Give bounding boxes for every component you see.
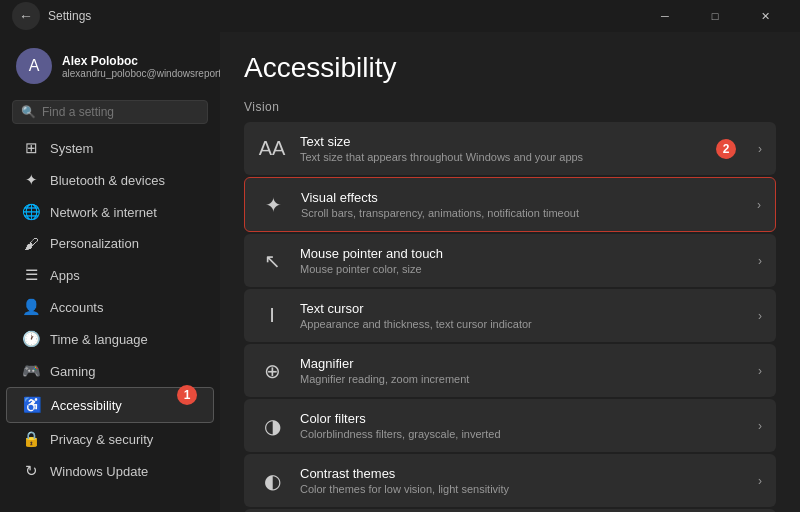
visual-effects-chevron-icon: ›: [757, 198, 761, 212]
annotation-badge-2: 2: [716, 139, 736, 159]
content-area: 软件自学网 WWW.RJZXW.COM Accessibility Vision…: [220, 32, 800, 512]
titlebar: ← Settings ─ □ ✕: [0, 0, 800, 32]
contrast-themes-description: Color themes for low vision, light sensi…: [300, 483, 744, 495]
sidebar-item-privacy[interactable]: 🔒Privacy & security: [6, 423, 214, 455]
sidebar-item-label-personalization: Personalization: [50, 236, 139, 251]
magnifier-description: Magnifier reading, zoom increment: [300, 373, 744, 385]
visual-effects-icon: ✦: [259, 193, 287, 217]
mouse-pointer-title: Mouse pointer and touch: [300, 246, 744, 261]
settings-item-mouse-pointer[interactable]: ↖Mouse pointer and touchMouse pointer co…: [244, 234, 776, 287]
personalization-icon: 🖌: [22, 235, 40, 252]
annotation-badge-1: 1: [177, 385, 197, 405]
settings-item-visual-effects[interactable]: ✦Visual effectsScroll bars, transparency…: [244, 177, 776, 232]
sidebar-item-time[interactable]: 🕐Time & language: [6, 323, 214, 355]
search-input[interactable]: [42, 105, 199, 119]
windows-update-icon: ↻: [22, 462, 40, 480]
search-box[interactable]: 🔍: [12, 100, 208, 124]
gaming-icon: 🎮: [22, 362, 40, 380]
text-size-title: Text size: [300, 134, 702, 149]
contrast-themes-chevron-icon: ›: [758, 474, 762, 488]
magnifier-title: Magnifier: [300, 356, 744, 371]
section-label: Vision: [244, 100, 776, 114]
privacy-icon: 🔒: [22, 430, 40, 448]
sidebar-item-label-gaming: Gaming: [50, 364, 96, 379]
text-cursor-title: Text cursor: [300, 301, 744, 316]
settings-item-text-cursor[interactable]: IText cursorAppearance and thickness, te…: [244, 289, 776, 342]
app-title: Settings: [48, 9, 91, 23]
sidebar-item-personalization[interactable]: 🖌Personalization: [6, 228, 214, 259]
visual-effects-description: Scroll bars, transparency, animations, n…: [301, 207, 743, 219]
nav-list: ⊞System✦Bluetooth & devices🌐Network & in…: [0, 132, 220, 487]
sidebar-item-bluetooth[interactable]: ✦Bluetooth & devices: [6, 164, 214, 196]
user-info: Alex Poloboc alexandru_poloboc@windowsre…: [62, 54, 220, 79]
text-cursor-chevron-icon: ›: [758, 309, 762, 323]
sidebar-item-label-windows-update: Windows Update: [50, 464, 148, 479]
text-cursor-icon: I: [258, 304, 286, 327]
titlebar-left: ← Settings: [12, 2, 91, 30]
contrast-themes-title: Contrast themes: [300, 466, 744, 481]
sidebar-item-system[interactable]: ⊞System: [6, 132, 214, 164]
contrast-themes-icon: ◐: [258, 469, 286, 493]
text-size-description: Text size that appears throughout Window…: [300, 151, 702, 163]
minimize-button[interactable]: ─: [642, 0, 688, 32]
sidebar-item-gaming[interactable]: 🎮Gaming: [6, 355, 214, 387]
window-controls: ─ □ ✕: [642, 0, 788, 32]
settings-list: AAText sizeText size that appears throug…: [244, 122, 776, 512]
magnifier-chevron-icon: ›: [758, 364, 762, 378]
avatar: A: [16, 48, 52, 84]
time-icon: 🕐: [22, 330, 40, 348]
text-size-icon: AA: [258, 137, 286, 160]
sidebar-item-label-privacy: Privacy & security: [50, 432, 153, 447]
mouse-pointer-chevron-icon: ›: [758, 254, 762, 268]
sidebar-item-label-system: System: [50, 141, 93, 156]
magnifier-icon: ⊕: [258, 359, 286, 383]
sidebar-item-label-accessibility: Accessibility: [51, 398, 122, 413]
network-icon: 🌐: [22, 203, 40, 221]
bluetooth-icon: ✦: [22, 171, 40, 189]
sidebar-item-accounts[interactable]: 👤Accounts: [6, 291, 214, 323]
sidebar-item-label-time: Time & language: [50, 332, 148, 347]
color-filters-description: Colorblindness filters, grayscale, inver…: [300, 428, 744, 440]
close-button[interactable]: ✕: [742, 0, 788, 32]
settings-item-magnifier[interactable]: ⊕MagnifierMagnifier reading, zoom increm…: [244, 344, 776, 397]
settings-item-contrast-themes[interactable]: ◐Contrast themesColor themes for low vis…: [244, 454, 776, 507]
accounts-icon: 👤: [22, 298, 40, 316]
color-filters-title: Color filters: [300, 411, 744, 426]
sidebar-item-label-accounts: Accounts: [50, 300, 103, 315]
user-name: Alex Poloboc: [62, 54, 220, 68]
search-icon: 🔍: [21, 105, 36, 119]
mouse-pointer-description: Mouse pointer color, size: [300, 263, 744, 275]
user-email: alexandru_poloboc@windowsreport....: [62, 68, 220, 79]
text-size-chevron-icon: ›: [758, 142, 762, 156]
mouse-pointer-icon: ↖: [258, 249, 286, 273]
settings-item-color-filters[interactable]: ◑Color filtersColorblindness filters, gr…: [244, 399, 776, 452]
page-title: Accessibility: [244, 52, 776, 84]
sidebar-item-accessibility[interactable]: ♿Accessibility1: [6, 387, 214, 423]
apps-icon: ☰: [22, 266, 40, 284]
color-filters-icon: ◑: [258, 414, 286, 438]
sidebar-item-label-apps: Apps: [50, 268, 80, 283]
sidebar-item-network[interactable]: 🌐Network & internet: [6, 196, 214, 228]
color-filters-chevron-icon: ›: [758, 419, 762, 433]
sidebar-item-apps[interactable]: ☰Apps: [6, 259, 214, 291]
sidebar-item-label-network: Network & internet: [50, 205, 157, 220]
sidebar-item-label-bluetooth: Bluetooth & devices: [50, 173, 165, 188]
text-cursor-description: Appearance and thickness, text cursor in…: [300, 318, 744, 330]
visual-effects-title: Visual effects: [301, 190, 743, 205]
sidebar-item-windows-update[interactable]: ↻Windows Update: [6, 455, 214, 487]
accessibility-icon: ♿: [23, 396, 41, 414]
main-container: A Alex Poloboc alexandru_poloboc@windows…: [0, 32, 800, 512]
sidebar: A Alex Poloboc alexandru_poloboc@windows…: [0, 32, 220, 512]
user-profile[interactable]: A Alex Poloboc alexandru_poloboc@windows…: [0, 40, 220, 100]
back-button[interactable]: ←: [12, 2, 40, 30]
system-icon: ⊞: [22, 139, 40, 157]
settings-item-text-size[interactable]: AAText sizeText size that appears throug…: [244, 122, 776, 175]
maximize-button[interactable]: □: [692, 0, 738, 32]
